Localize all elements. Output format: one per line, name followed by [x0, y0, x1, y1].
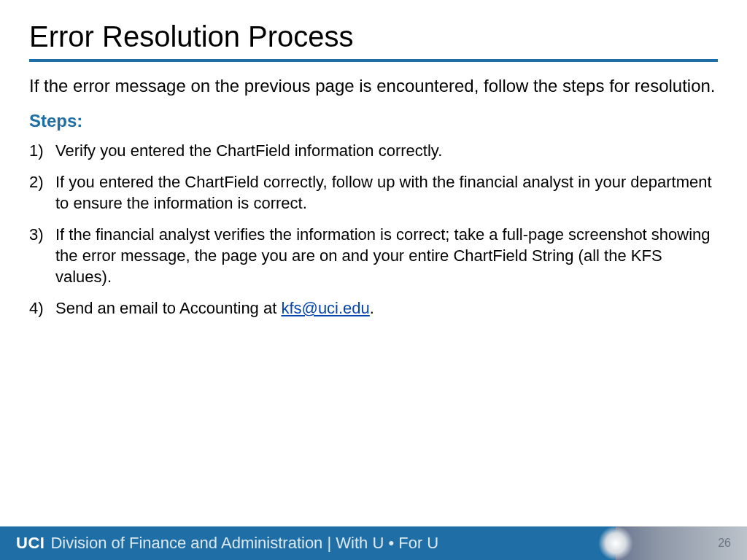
step-text: Send an email to Accounting at — [55, 299, 281, 317]
step-item: Verify you entered the ChartField inform… — [29, 140, 718, 161]
steps-list: Verify you entered the ChartField inform… — [0, 140, 747, 319]
step-text: . — [370, 299, 374, 317]
slide-title: Error Resolution Process — [0, 0, 747, 59]
slide: Error Resolution Process If the error me… — [0, 0, 747, 560]
step-item: If the financial analyst verifies the in… — [29, 224, 718, 287]
page-number: 26 — [718, 537, 731, 550]
title-underline — [29, 59, 718, 62]
email-link[interactable]: kfs@uci.edu — [281, 299, 369, 317]
intro-text: If the error message on the previous pag… — [0, 75, 747, 111]
uci-logo-text: UCI — [16, 534, 44, 553]
step-item: If you entered the ChartField correctly,… — [29, 171, 718, 214]
step-item: Send an email to Accounting at kfs@uci.e… — [29, 298, 718, 319]
footer: UCI Division of Finance and Administrati… — [0, 526, 747, 560]
footer-division-text: Division of Finance and Administration |… — [50, 534, 438, 553]
steps-heading: Steps: — [0, 111, 747, 140]
